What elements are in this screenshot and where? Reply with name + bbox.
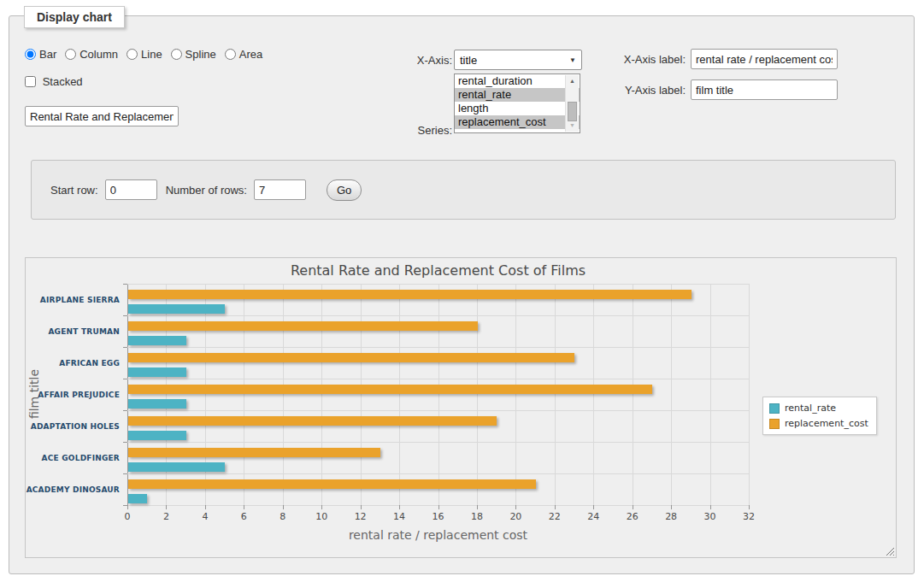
x-tick-label: 22 <box>541 511 568 522</box>
x-tick-mark <box>555 505 556 509</box>
chart-type-option-area[interactable]: Area <box>225 48 262 61</box>
y-tick-mark <box>123 410 127 411</box>
bar-replacement_cost <box>128 479 536 489</box>
plot-area <box>127 284 749 505</box>
resize-handle-icon[interactable] <box>884 545 894 556</box>
scroll-up-icon[interactable]: ▲ <box>566 75 579 87</box>
x-tick-label: 16 <box>425 511 452 522</box>
scrollbar-thumb[interactable] <box>568 102 577 121</box>
category-label: AIRPLANE SIERRA <box>26 296 120 304</box>
x-tick-label: 14 <box>385 511 413 522</box>
bar-rental_rate <box>128 462 225 472</box>
x-axis-select-label: X-Axis: <box>385 54 452 67</box>
bar-replacement_cost <box>128 385 652 394</box>
y-axis-label-input[interactable] <box>691 79 838 100</box>
gridline <box>633 284 633 505</box>
x-tick-mark <box>399 505 400 509</box>
chart-title-input[interactable] <box>25 106 179 126</box>
x-axis-label-input[interactable] <box>691 49 838 69</box>
bar-rental_rate <box>128 399 186 409</box>
x-tick-mark <box>361 505 362 509</box>
chart-type-option-spline[interactable]: Spline <box>171 48 216 61</box>
y-axis-line <box>127 284 128 505</box>
panel-title: Display chart <box>24 6 125 28</box>
gridline <box>283 284 284 505</box>
gridline <box>127 284 749 285</box>
gridline <box>555 284 556 505</box>
scroll-down-icon[interactable]: ▼ <box>566 120 579 132</box>
x-tick-label: 10 <box>308 511 335 522</box>
x-tick-label: 30 <box>697 511 724 522</box>
x-tick-label: 0 <box>114 511 141 522</box>
gridline <box>671 284 672 505</box>
start-row-input[interactable] <box>105 179 157 200</box>
x-tick-label: 6 <box>230 511 257 522</box>
chart-type-option-column[interactable]: Column <box>65 48 118 61</box>
bar-rental_rate <box>128 431 186 440</box>
chart-legend: rental_ratereplacement_cost <box>762 397 877 435</box>
row-range-panel: Start row: Number of rows: Go <box>31 160 896 220</box>
x-tick-label: 32 <box>735 511 762 522</box>
bar-rental_rate <box>128 304 225 314</box>
category-label: ACADEMY DINOSAUR <box>26 485 120 494</box>
gridline <box>127 347 749 348</box>
num-rows-input[interactable] <box>254 179 306 200</box>
category-label: ACE GOLDFINGER <box>26 454 120 462</box>
legend-label: rental_rate <box>785 403 836 414</box>
gridline <box>127 410 749 411</box>
gridline <box>361 284 362 505</box>
y-axis-label-caption: Y-Axis label: <box>603 84 686 97</box>
chevron-down-icon: ▼ <box>569 56 576 64</box>
bar-replacement_cost <box>128 321 478 331</box>
gridline <box>127 315 749 316</box>
bar-replacement_cost <box>128 353 574 362</box>
series-list-scrollbar[interactable]: ▲ ▼ <box>565 75 579 132</box>
bar-rental_rate <box>128 367 186 377</box>
legend-swatch-icon <box>769 403 780 414</box>
chart-type-radio-bar[interactable] <box>25 49 36 60</box>
series-listbox[interactable]: rental_durationrental_ratelengthreplacem… <box>454 73 580 133</box>
chart-type-option-bar[interactable]: Bar <box>25 48 56 61</box>
x-tick-mark <box>749 505 750 509</box>
gridline <box>399 284 400 505</box>
display-chart-panel: Display chart BarColumnLineSplineArea St… <box>9 15 915 574</box>
x-tick-label: 2 <box>152 511 180 522</box>
y-tick-mark <box>123 347 127 348</box>
chart-type-radio-line[interactable] <box>127 49 138 60</box>
series-option-length[interactable]: length <box>455 102 580 115</box>
x-tick-mark <box>244 505 244 509</box>
bar-replacement_cost <box>128 290 692 299</box>
x-tick-mark <box>633 505 633 509</box>
x-tick-mark <box>166 505 167 509</box>
x-tick-label: 4 <box>191 511 219 522</box>
stacked-checkbox[interactable] <box>25 76 36 87</box>
legend-item-rental_rate[interactable]: rental_rate <box>769 403 868 414</box>
gridline <box>205 284 206 505</box>
chart-type-radios: BarColumnLineSplineArea <box>25 48 271 61</box>
chart-type-radio-area[interactable] <box>225 49 236 60</box>
series-option-rental_duration[interactable]: rental_duration <box>455 74 580 88</box>
legend-item-replacement_cost[interactable]: replacement_cost <box>769 418 868 429</box>
legend-label: replacement_cost <box>785 418 868 429</box>
chart-type-radio-column[interactable] <box>65 49 76 60</box>
go-button[interactable]: Go <box>327 179 362 201</box>
stacked-option[interactable]: Stacked <box>25 75 83 88</box>
gridline <box>593 284 594 505</box>
gridline <box>127 473 749 474</box>
x-tick-label: 28 <box>657 511 685 522</box>
x-axis-select[interactable]: title ▼ <box>454 50 582 70</box>
x-tick-label: 12 <box>347 511 374 522</box>
gridline <box>127 442 749 443</box>
chart-type-radio-spline[interactable] <box>171 49 182 60</box>
series-option-replacement_cost[interactable]: replacement_cost <box>455 115 580 129</box>
chart-type-option-line[interactable]: Line <box>127 48 162 61</box>
x-axis-title: rental rate / replacement cost <box>127 528 749 542</box>
chart-container: Rental Rate and Replacement Cost of Film… <box>25 257 897 558</box>
gridline <box>321 284 322 505</box>
series-option-rental_rate[interactable]: rental_rate <box>455 88 580 102</box>
series-list-label: Series: <box>390 124 452 137</box>
x-tick-mark <box>671 505 672 509</box>
x-tick-mark <box>127 505 128 509</box>
x-tick-mark <box>438 505 439 509</box>
series-options: rental_durationrental_ratelengthreplacem… <box>455 74 580 129</box>
